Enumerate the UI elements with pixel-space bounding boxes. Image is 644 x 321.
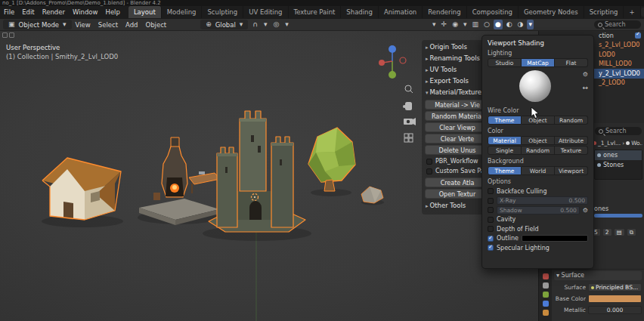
tab-shading[interactable]: Shading (341, 6, 379, 18)
viewport-3d[interactable]: User Perspective (1) Collection | Smithy… (0, 31, 538, 321)
base-color-swatch[interactable] (588, 295, 642, 303)
shadow-option[interactable]: Shadow0.500 ⚙ (488, 205, 588, 215)
proportional-edit-icon[interactable]: ◎ (271, 20, 280, 29)
snap-dropdown-icon[interactable]: ▾ (262, 20, 269, 29)
cavity-option[interactable]: Cavity (488, 215, 588, 225)
tab-animation[interactable]: Animation (379, 6, 423, 18)
users-count-button[interactable]: 2 (602, 228, 612, 236)
checkbox-checked-icon[interactable] (635, 32, 641, 39)
background-world-tab[interactable]: World (522, 166, 555, 175)
outliner-search-input[interactable]: Search (594, 20, 641, 29)
smithy-model[interactable] (139, 137, 220, 225)
gear-icon[interactable]: ⚙ (582, 71, 588, 78)
tab-layout[interactable]: Layout (128, 6, 162, 18)
toggle-grid-icon[interactable] (404, 134, 413, 142)
properties-tab-object-icon[interactable] (543, 301, 549, 307)
mode-selector[interactable]: ▣ Object Mode ▾ (3, 20, 72, 29)
menu-object[interactable]: Object (141, 21, 170, 29)
transform-orientation-selector[interactable]: ⊕ Global ▾ (200, 20, 248, 29)
background-viewport-tab[interactable]: Viewport (555, 166, 588, 175)
surface-section-header[interactable]: ▾ Surface (554, 271, 642, 280)
shading-material-icon[interactable]: ◐ (505, 20, 514, 29)
menu-select[interactable]: Select (94, 21, 122, 29)
color-attribute-tab[interactable]: Attribute (555, 136, 588, 145)
lighting-flat-tab[interactable]: Flat (555, 58, 588, 67)
backface-culling-option[interactable]: Backface Culling (488, 187, 588, 196)
tab-uv-editing[interactable]: UV Editing (243, 6, 288, 18)
color-material-tab[interactable]: Material (488, 136, 522, 145)
orientation-gizmo[interactable] (379, 45, 406, 79)
random-material-button[interactable]: Random Material (425, 111, 490, 121)
shading-dropdown-icon[interactable]: ▾ (527, 20, 534, 29)
tab-rendering[interactable]: Rendering (423, 6, 466, 18)
tab-modeling[interactable]: Modeling (162, 6, 203, 18)
lighting-studio-tab[interactable]: Studio (488, 58, 522, 67)
menu-view[interactable]: View (72, 21, 94, 29)
matcap-sphere-preview[interactable] (519, 70, 551, 102)
show-gizmo-icon[interactable]: ✛ (440, 20, 449, 29)
move-view-hand-icon[interactable] (403, 102, 412, 110)
wire-random-tab[interactable]: Random (555, 116, 588, 125)
scene-selector[interactable]: Scene ✕ (641, 8, 644, 17)
tab-compositing[interactable]: Compositing (467, 6, 519, 18)
open-texture-button[interactable]: Open Textur (425, 189, 490, 199)
metallic-value-field[interactable]: 0.000 (588, 306, 642, 314)
properties-tab-scene-icon[interactable] (543, 282, 549, 289)
outline-color-swatch[interactable] (522, 235, 588, 242)
color-random-tab[interactable]: Random (522, 146, 555, 155)
clear-vertex-button[interactable]: Clear Verte (425, 134, 490, 144)
overlays-icon[interactable]: ◉ (450, 20, 460, 29)
depth-of-field-option[interactable]: Depth of Field (488, 224, 588, 234)
material-to-viewport-button[interactable]: Material -> Vie (425, 100, 490, 110)
material-slot[interactable]: ones (595, 150, 642, 160)
menu-help[interactable]: Help (101, 6, 123, 18)
object-filter-dropdown-icon[interactable]: ▾ (431, 20, 438, 29)
lighting-matcap-tab[interactable]: MatCap (522, 58, 555, 67)
shading-solid-icon[interactable]: ● (494, 20, 503, 29)
tab-geometry-nodes[interactable]: Geometry Nodes (519, 6, 584, 18)
menu-edit[interactable]: Edit (18, 6, 38, 18)
flip-matcap-icon[interactable]: ↔ (582, 84, 588, 91)
menu-render[interactable]: Render (39, 6, 69, 18)
properties-tab-material-icon[interactable] (543, 310, 549, 316)
material-slot[interactable]: Stones (595, 160, 642, 170)
shading-rendered-icon[interactable]: ◑ (516, 20, 525, 29)
xray-slider[interactable]: X-Ray0.500 (497, 196, 588, 205)
properties-tab-world-icon[interactable] (543, 292, 549, 298)
material-slider[interactable]: ones (594, 205, 642, 218)
shadow-slider[interactable]: Shadow0.500 (497, 206, 580, 215)
background-theme-tab[interactable]: Theme (488, 166, 522, 175)
zoom-icon[interactable] (405, 85, 413, 93)
tree-model[interactable] (308, 128, 355, 191)
menu-file[interactable]: File (0, 6, 18, 18)
color-single-tab[interactable]: Single (488, 146, 522, 155)
color-object-tab[interactable]: Object (522, 136, 555, 145)
tab-scripting[interactable]: Scripting (584, 6, 624, 18)
tab-texture-paint[interactable]: Texture Paint (289, 6, 342, 18)
proportional-dropdown-icon[interactable]: ▾ (283, 20, 290, 29)
wire-theme-tab[interactable]: Theme (488, 116, 522, 125)
copy-datablock-icon[interactable]: ⧉ (627, 228, 636, 236)
color-texture-tab[interactable]: Texture (555, 146, 588, 155)
castle-model[interactable] (209, 111, 305, 232)
shading-wireframe-icon[interactable]: ○ (482, 20, 491, 29)
properties-tab-render-icon[interactable] (543, 273, 549, 279)
add-workspace-button[interactable]: + (624, 6, 640, 18)
outline-option[interactable]: Outline (488, 234, 588, 244)
overlays-dropdown-icon[interactable]: ▾ (462, 20, 469, 29)
surface-shader-selector[interactable]: Principled BS... (588, 283, 642, 292)
tab-sculpting[interactable]: Sculpting (202, 6, 243, 18)
menu-add[interactable]: Add (122, 21, 141, 29)
delete-unused-button[interactable]: Delete Unus (425, 145, 490, 155)
new-datablock-icon[interactable]: ▤ (614, 228, 625, 236)
gear-icon[interactable]: ⚙ (583, 207, 588, 214)
house-model[interactable] (42, 158, 121, 220)
snap-magnet-icon[interactable]: ∩ (251, 20, 259, 29)
specular-lighting-option[interactable]: Specular Lighting (488, 243, 588, 253)
clear-viewport-button[interactable]: Clear Viewp (425, 122, 490, 132)
create-atlas-button[interactable]: Create Atla (425, 177, 490, 187)
camera-view-icon[interactable] (404, 118, 416, 125)
xray-toggle-icon[interactable]: ▥ (471, 20, 481, 29)
slider-fill[interactable] (594, 214, 642, 218)
xray-option[interactable]: X-Ray0.500 (488, 196, 588, 206)
